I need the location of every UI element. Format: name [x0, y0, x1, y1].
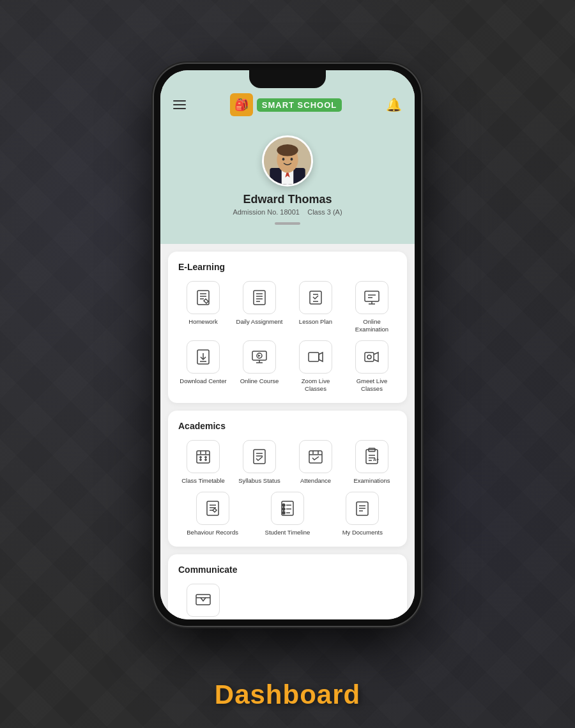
- notification-button[interactable]: 🔔: [386, 97, 402, 112]
- online-exam-label: Online Examination: [347, 318, 397, 334]
- examinations-item[interactable]: A+ Examinations: [347, 440, 397, 485]
- lesson-plan-item[interactable]: Lesson Plan: [291, 281, 341, 334]
- timeline-item[interactable]: Student Timeline: [253, 492, 321, 536]
- behaviour-label: Behaviour Records: [187, 529, 238, 536]
- documents-item[interactable]: My Documents: [328, 492, 397, 536]
- svg-point-65: [282, 504, 285, 506]
- gmeet-icon: [355, 340, 388, 374]
- examinations-icon: A+: [355, 440, 388, 473]
- svg-point-6: [282, 158, 285, 161]
- examinations-label: Examinations: [353, 477, 390, 485]
- daily-assignment-icon: [243, 281, 276, 314]
- svg-point-67: [282, 512, 285, 514]
- svg-rect-34: [365, 353, 374, 361]
- online-course-label: Online Course: [240, 377, 279, 385]
- gmeet-label: Gmeet Live Classes: [347, 377, 397, 393]
- message-item[interactable]: Message: [178, 584, 228, 619]
- timeline-icon: [271, 492, 304, 525]
- phone-frame: 🎒 SMART SCHOOL 🔔: [154, 64, 421, 626]
- behaviour-icon: [196, 492, 229, 525]
- timetable-icon: [187, 440, 220, 473]
- app-logo: 🎒 SMART SCHOOL: [230, 93, 342, 116]
- svg-rect-59: [207, 501, 218, 515]
- daily-assignment-item[interactable]: Daily Assignment: [234, 281, 284, 334]
- download-center-label: Download Center: [180, 377, 226, 385]
- syllabus-item[interactable]: Syllabus Status: [234, 440, 284, 485]
- attendance-label: Attendance: [300, 477, 331, 485]
- zoom-icon: [299, 340, 332, 374]
- communicate-card: Communicate Message: [168, 554, 407, 619]
- scroll-indicator: [275, 222, 300, 225]
- phone-screen: 🎒 SMART SCHOOL 🔔: [160, 70, 415, 619]
- homework-icon: [187, 281, 220, 314]
- svg-rect-46: [254, 450, 265, 464]
- zoom-item[interactable]: Zoom Live Classes: [291, 340, 341, 393]
- svg-rect-12: [254, 291, 265, 305]
- elearning-title: E-Learning: [178, 262, 397, 272]
- lesson-plan-label: Lesson Plan: [299, 318, 332, 326]
- documents-icon: [346, 492, 379, 525]
- communicate-title: Communicate: [178, 565, 397, 575]
- daily-assignment-label: Daily Assignment: [236, 318, 283, 326]
- timetable-label: Class Timetable: [181, 477, 225, 485]
- svg-point-5: [277, 144, 298, 156]
- svg-rect-36: [197, 451, 210, 463]
- svg-rect-20: [365, 291, 379, 301]
- gmeet-item[interactable]: Gmeet Live Classes: [347, 340, 397, 393]
- message-icon: [187, 584, 220, 617]
- homework-item[interactable]: Homework: [178, 281, 228, 334]
- svg-rect-32: [309, 353, 319, 361]
- academics-card: Academics Class Timetable S: [168, 411, 407, 547]
- avatar: [262, 135, 313, 186]
- timeline-label: Student Timeline: [265, 529, 310, 536]
- zoom-label: Zoom Live Classes: [291, 377, 341, 393]
- logo-text: SMART SCHOOL: [262, 100, 337, 110]
- documents-label: My Documents: [342, 529, 383, 536]
- behaviour-item[interactable]: Behaviour Records: [178, 492, 247, 536]
- download-center-icon: [187, 340, 220, 374]
- svg-point-7: [291, 158, 293, 161]
- profile-info: Admission No. 18001 Class 3 (A): [233, 208, 342, 216]
- logo-text-bg: SMART SCHOOL: [257, 98, 342, 112]
- academics-row2: Behaviour Records Student Timeline: [178, 492, 397, 536]
- phone-notch: [249, 70, 326, 88]
- communicate-grid: Message: [178, 584, 397, 619]
- syllabus-icon: [243, 440, 276, 473]
- attendance-icon: [299, 440, 332, 473]
- online-course-item[interactable]: Online Course: [234, 340, 284, 393]
- page-title: Dashboard: [215, 679, 360, 710]
- logo-icon: 🎒: [230, 93, 253, 116]
- lesson-plan-icon: [299, 281, 332, 314]
- online-course-icon: [243, 340, 276, 374]
- app-body[interactable]: E-Learning Homework Daily As: [160, 244, 415, 619]
- timetable-item[interactable]: Class Timetable: [178, 440, 228, 485]
- elearning-grid: Homework Daily Assignment: [178, 281, 397, 393]
- academics-title: Academics: [178, 421, 397, 431]
- svg-text:A+: A+: [373, 457, 379, 462]
- attendance-item[interactable]: Attendance: [291, 440, 341, 485]
- profile-name: Edward Thomas: [243, 193, 332, 206]
- online-exam-item[interactable]: Online Examination: [347, 281, 397, 334]
- svg-rect-75: [196, 595, 210, 605]
- svg-point-66: [282, 508, 285, 510]
- syllabus-label: Syllabus Status: [238, 477, 280, 485]
- download-center-item[interactable]: Download Center: [178, 340, 228, 393]
- academics-row1: Class Timetable Syllabus Status: [178, 440, 397, 485]
- menu-button[interactable]: [173, 100, 186, 109]
- homework-label: Homework: [188, 318, 217, 326]
- svg-point-35: [367, 355, 371, 359]
- svg-marker-33: [319, 353, 323, 361]
- elearning-card: E-Learning Homework Daily As: [168, 252, 407, 403]
- svg-rect-49: [309, 451, 322, 463]
- online-exam-icon: [355, 281, 388, 314]
- profile-section: Edward Thomas Admission No. 18001 Class …: [160, 129, 415, 244]
